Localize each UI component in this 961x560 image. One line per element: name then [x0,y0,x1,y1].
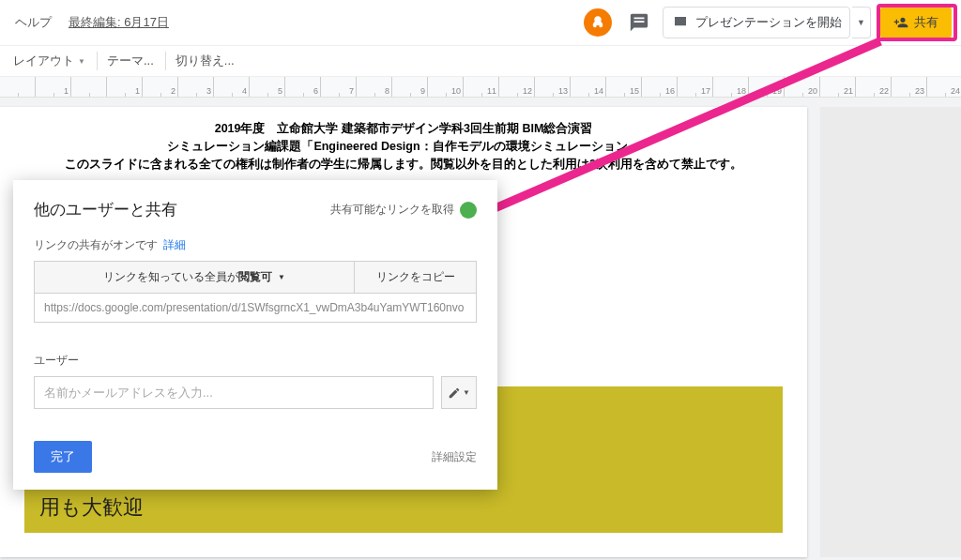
ruler-tick: 19 [749,77,785,97]
ruler-tick: 20 [785,77,820,97]
ruler-tick: 17 [678,77,713,97]
chevron-down-icon: ▼ [78,57,85,66]
done-button[interactable]: 完了 [34,441,92,473]
avatar[interactable] [584,8,612,37]
edit-permissions-button[interactable]: ▼ [441,376,477,409]
explore-panel [820,107,961,557]
slide-header-line1: 2019年度 立命館大学 建築都市デザイン学科3回生前期 BIM総合演習 [24,120,783,138]
present-dropdown[interactable]: ▼ [852,7,871,38]
ruler-tick: 9 [392,77,428,97]
slide-header-line3: このスライドに含まれる全ての権利は制作者の学生に帰属します。閲覧以外を目的とした… [24,156,783,174]
separator [97,52,98,70]
slides-toolbar: レイアウト▼ テーマ... 切り替え... [0,45,961,77]
separator [165,52,166,70]
theme-button[interactable]: テーマ... [101,51,160,71]
chevron-down-icon: ▼ [857,18,865,27]
permission-row: リンクを知っている全員が閲覧可▼ リンクをコピー [34,261,477,294]
slide-header-line2: シミュレーション編課題「Engineered Design：自作モデルの環境シミ… [24,138,783,156]
ruler-tick: 2 [143,77,178,97]
person-add-icon [893,15,908,30]
users-label: ユーザー [34,353,477,369]
chevron-down-icon: ▼ [278,273,285,281]
ruler-tick: 24 [927,77,961,97]
ruler-tick: 11 [464,77,499,97]
ruler-tick [0,77,36,97]
help-menu[interactable]: ヘルプ [15,14,52,31]
note-line: 用も大歓迎 [39,492,768,523]
ruler-tick: 3 [178,77,214,97]
link-status-icon[interactable] [460,202,477,219]
ruler-tick: 1 [107,77,143,97]
play-icon [673,15,688,30]
advanced-settings-link[interactable]: 詳細設定 [432,449,477,465]
details-link[interactable]: 詳細 [163,238,186,251]
comments-button[interactable] [625,8,653,37]
ruler-tick: 7 [321,77,357,97]
ruler-tick: 22 [856,77,892,97]
ruler-tick: 5 [250,77,285,97]
share-url-box[interactable]: https://docs.google.com/presentation/d/1… [34,294,477,323]
ruler-tick: 4 [214,77,250,97]
comment-icon [629,12,649,33]
ruler-tick: 13 [535,77,571,97]
share-label: 共有 [914,14,938,31]
ruler-tick: 18 [713,77,749,97]
squirrel-icon [589,14,606,31]
copy-link-button[interactable]: リンクをコピー [354,262,476,293]
user-input[interactable] [34,376,434,409]
share-dialog: 他のユーザーと共有 共有可能なリンクを取得 リンクの共有がオンです詳細 リンクを… [13,180,497,490]
ruler-tick: 15 [606,77,642,97]
link-sharing-status: リンクの共有がオンです詳細 [34,237,477,253]
pencil-icon [448,386,461,400]
present-label: プレゼンテーションを開始 [695,14,842,31]
ruler-tick [71,77,107,97]
last-edit-link[interactable]: 最終編集: 6月17日 [69,14,169,31]
ruler-tick: 6 [285,77,321,97]
present-button[interactable]: プレゼンテーションを開始 [663,7,850,38]
share-button[interactable]: 共有 [880,7,952,38]
app-topbar: ヘルプ 最終編集: 6月17日 プレゼンテーションを開始 ▼ 共有 [0,0,961,45]
ruler-tick: 23 [892,77,927,97]
dialog-title: 他のユーザーと共有 [34,199,330,220]
layout-dropdown[interactable]: レイアウト▼ [8,51,91,71]
ruler-tick: 12 [499,77,535,97]
ruler-tick: 10 [428,77,464,97]
ruler-tick: 1 [36,77,71,97]
ruler-tick: 14 [571,77,606,97]
horizontal-ruler: 1123456789101112131415161718192021222324… [0,77,961,98]
ruler-tick: 8 [357,77,392,97]
chevron-down-icon: ▼ [463,388,470,397]
slide-header: 2019年度 立命館大学 建築都市デザイン学科3回生前期 BIM総合演習 シミュ… [24,120,783,173]
transition-button[interactable]: 切り替え... [170,51,240,71]
ruler-tick: 21 [820,77,856,97]
ruler-tick: 16 [642,77,678,97]
get-link-label: 共有可能なリンクを取得 [330,202,454,218]
permission-dropdown[interactable]: リンクを知っている全員が閲覧可▼ [35,262,354,293]
